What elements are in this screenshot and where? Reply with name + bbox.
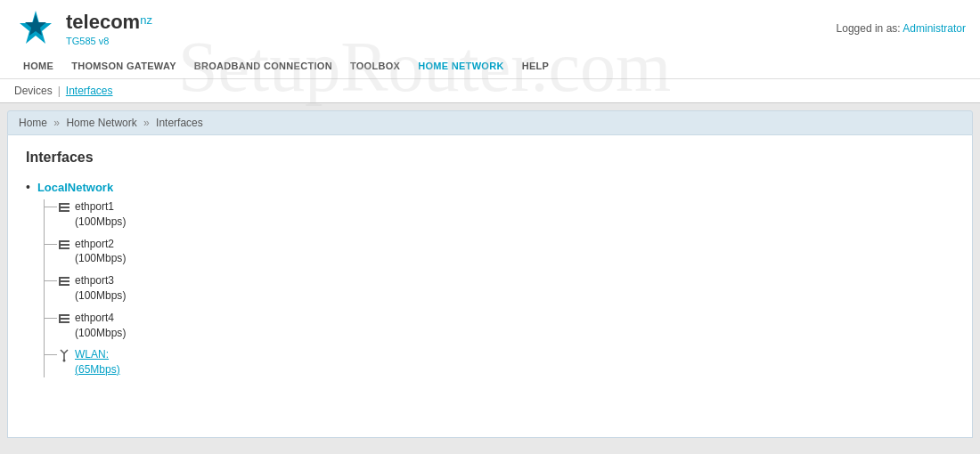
subnav-interfaces[interactable]: Interfaces xyxy=(66,85,113,97)
logo-icon xyxy=(14,7,57,50)
ethport3-icon xyxy=(57,274,71,292)
svg-line-19 xyxy=(61,350,64,353)
tree-row-ethport2: ethport2 (100Mbps) xyxy=(45,237,954,267)
ethport4-label: ethport4 (100Mbps) xyxy=(75,311,126,341)
ethport1-label: ethport1 (100Mbps) xyxy=(75,199,126,230)
subnav-devices[interactable]: Devices xyxy=(14,85,53,97)
tree-row-wlan: WLAN: (65Mbps) xyxy=(45,347,954,377)
tree-row-ethport4: ethport4 (100Mbps) xyxy=(45,311,954,341)
local-network-link[interactable]: LocalNetwork xyxy=(37,181,113,194)
breadcrumb-homenetwork[interactable]: Home Network xyxy=(66,117,136,129)
tree-row-ethport1: ethport1 (100Mbps) xyxy=(45,199,954,230)
svg-rect-17 xyxy=(59,314,61,323)
nav-broadband[interactable]: BROADBAND CONNECTION xyxy=(185,53,341,78)
nav-homenetwork[interactable]: HOME NETWORK xyxy=(409,53,512,78)
svg-point-21 xyxy=(63,360,66,362)
wlan-icon xyxy=(57,348,71,366)
ethport1-icon xyxy=(57,200,71,218)
breadcrumb-current: Interfaces xyxy=(156,117,203,129)
main-content: Interfaces • LocalNetwork xyxy=(7,135,973,438)
breadcrumb: Home » Home Network » Interfaces xyxy=(19,117,961,129)
logo-area: telecomnz TG585 v8 xyxy=(14,7,152,50)
eth-icon xyxy=(57,200,71,215)
breadcrumb-home[interactable]: Home xyxy=(19,117,47,129)
main-nav: HOME THOMSON GATEWAY BROADBAND CONNECTIO… xyxy=(0,53,980,78)
ethport4-icon xyxy=(57,312,71,329)
wlan-label: WLAN: (65Mbps) xyxy=(75,347,120,377)
local-network-item: • LocalNetwork xyxy=(26,180,954,194)
svg-rect-13 xyxy=(59,277,61,286)
login-info: Logged in as: Administrator xyxy=(837,22,966,35)
model-label: TG585 v8 xyxy=(66,36,152,46)
breadcrumb-sep1: » xyxy=(53,117,62,129)
bullet: • xyxy=(26,180,30,194)
nav-toolbox[interactable]: TOOLBOX xyxy=(341,53,409,78)
tree-group: ethport1 (100Mbps) ethport2 (100Mbps) xyxy=(44,199,954,377)
wlan-link[interactable]: WLAN: (65Mbps) xyxy=(75,348,120,376)
svg-rect-5 xyxy=(59,203,61,212)
sub-nav: Devices | Interfaces xyxy=(0,78,980,102)
header: telecomnz TG585 v8 Logged in as: Adminis… xyxy=(0,0,980,103)
network-list: • LocalNetwork ethport1 (100Mbp xyxy=(26,180,954,377)
admin-link[interactable]: Administrator xyxy=(902,22,966,35)
logo-text: telecomnz TG585 v8 xyxy=(66,11,152,46)
breadcrumb-bar: Home » Home Network » Interfaces xyxy=(7,110,973,135)
nav-help[interactable]: HELP xyxy=(513,53,559,78)
subnav-sep: | xyxy=(58,85,61,97)
svg-line-20 xyxy=(64,350,68,353)
tree-row-ethport3: ethport3 (100Mbps) xyxy=(45,273,954,304)
section-title: Interfaces xyxy=(26,150,954,166)
ethport2-label: ethport2 (100Mbps) xyxy=(75,237,126,267)
breadcrumb-sep2: » xyxy=(143,117,152,129)
brand-name: telecomnz xyxy=(66,11,152,34)
ethport3-label: ethport3 (100Mbps) xyxy=(75,273,126,304)
svg-rect-9 xyxy=(59,240,61,249)
ethport2-icon xyxy=(57,238,71,255)
nav-home[interactable]: HOME xyxy=(14,53,62,78)
header-top: telecomnz TG585 v8 Logged in as: Adminis… xyxy=(0,0,980,53)
nav-thomson[interactable]: THOMSON GATEWAY xyxy=(62,53,185,78)
